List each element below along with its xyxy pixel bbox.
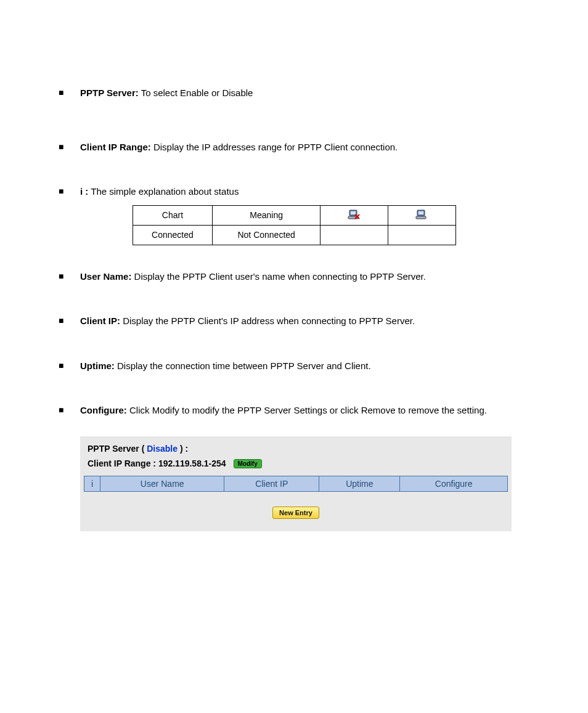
bullet-uptime: Uptime: Display the connection time betw…	[59, 359, 529, 373]
bullet-configure: Configure: Click Modify to modify the PP…	[59, 404, 529, 418]
col-header-client-ip: Client IP	[224, 476, 319, 492]
bullet-text: Display the PPTP Client user's name when…	[131, 271, 426, 282]
svg-rect-1	[351, 211, 356, 214]
legend-icon-connected	[388, 205, 455, 225]
bullet-status-explanation: i : The simple explanation about status	[59, 185, 529, 199]
bullet-label: PPTP Server:	[80, 88, 139, 98]
bullet-label: Client IP:	[80, 316, 120, 326]
col-header-user-name: User Name	[100, 476, 224, 492]
modify-button[interactable]: Modify	[234, 459, 262, 468]
pptp-server-panel: PPTP Server ( Disable ) : Client IP Rang…	[80, 436, 512, 532]
bullet-text: Display the IP addresses range for PPTP …	[151, 142, 398, 152]
bullet-pptp-server: PPTP Server: To select Enable or Disable	[59, 86, 529, 100]
bullet-text: Click Modify to modify the PPTP Server S…	[127, 405, 487, 415]
icon-legend-table: Chart Meaning Connected	[133, 205, 456, 245]
new-entry-button[interactable]: New Entry	[272, 507, 319, 519]
bullet-text: The simple explanation about status	[88, 186, 239, 197]
bullet-client-ip-range: Client IP Range: Display the IP addresse…	[59, 141, 529, 155]
panel-line2-label: Client IP Range :	[88, 458, 158, 468]
panel-line1-suffix: ) :	[178, 444, 188, 454]
bullet-text: To select Enable or Disable	[139, 88, 253, 98]
svg-rect-7	[416, 216, 426, 219]
svg-rect-6	[419, 211, 423, 214]
bullet-label: Client IP Range:	[80, 142, 151, 152]
col-header-configure: Configure	[400, 476, 508, 492]
computer-disconnected-icon	[348, 210, 360, 221]
panel-client-ip-line: Client IP Range : 192.119.58.1-254 Modif…	[80, 457, 512, 476]
legend-cell-connected: Connected	[133, 225, 213, 245]
pptp-disable-link[interactable]: Disable	[147, 444, 178, 454]
bullet-text: Display the connection time between PPTP…	[115, 361, 371, 371]
computer-connected-icon	[415, 210, 428, 221]
col-header-i: i	[84, 476, 100, 492]
panel-line1-prefix: PPTP Server (	[88, 444, 147, 454]
bullet-label: Uptime:	[80, 361, 115, 371]
legend-cell-not-connected: Not Connected	[213, 225, 321, 245]
col-header-uptime: Uptime	[319, 476, 400, 492]
panel-line2-value: 192.119.58.1-254	[158, 458, 226, 468]
bullet-text: Display the PPTP Client's IP address whe…	[120, 316, 415, 326]
bullet-label: Configure:	[80, 405, 127, 415]
bullet-label: User Name:	[80, 271, 131, 282]
bullet-label: i :	[80, 186, 88, 197]
pptp-connections-table: i User Name Client IP Uptime Configure	[84, 476, 508, 492]
bullet-user-name: User Name: Display the PPTP Client user'…	[59, 270, 529, 284]
legend-header-chart: Chart	[133, 205, 213, 225]
bullet-client-ip: Client IP: Display the PPTP Client's IP …	[59, 314, 529, 328]
legend-icon-disconnected	[321, 205, 388, 225]
panel-pptp-status-line: PPTP Server ( Disable ) :	[80, 436, 512, 457]
legend-header-meaning: Meaning	[213, 205, 321, 225]
